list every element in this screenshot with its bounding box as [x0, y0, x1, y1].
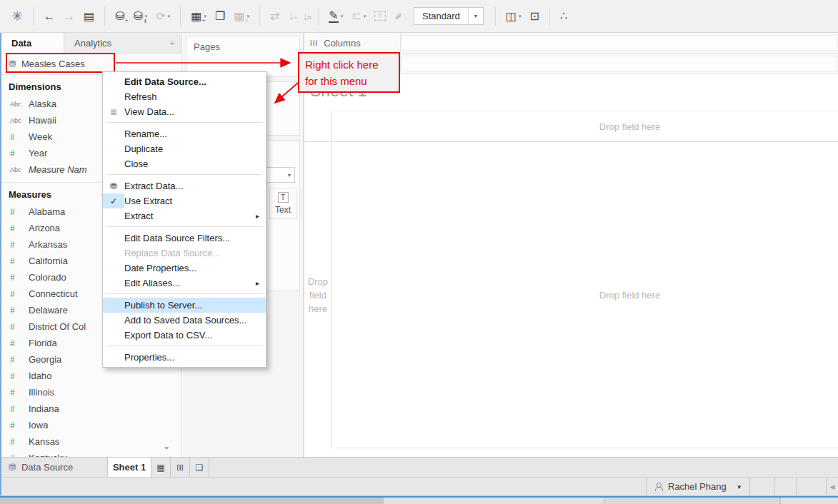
tab-data[interactable]: Data — [1, 33, 64, 54]
number-type-icon: # — [10, 306, 29, 316]
drop-field-top-zone[interactable]: Drop field here — [331, 111, 838, 141]
menu-extract[interactable]: Extract — [103, 208, 266, 223]
user-menu[interactable]: Rachel Phang ▾ — [647, 478, 750, 495]
menu-extract-data[interactable]: ⛃ Extract Data... — [103, 178, 266, 193]
save-icon: ▤ — [84, 11, 94, 22]
field-label: Georgia — [29, 354, 61, 365]
menu-add-to-saved-data-sources[interactable]: Add to Saved Data Sources... — [103, 313, 266, 328]
menu-item-label: Export Data to CSV... — [124, 330, 212, 341]
presentation-mode-button[interactable]: ⊡ — [526, 11, 544, 22]
field-label: Arizona — [29, 223, 60, 233]
number-type-icon: # — [10, 355, 29, 365]
number-type-icon: # — [10, 420, 29, 430]
new-story-tab-button[interactable]: ❏ — [190, 458, 209, 477]
presentation-icon: ⊡ — [530, 11, 539, 22]
menu-export-data-to-csv[interactable]: Export Data to CSV... — [103, 328, 266, 343]
field-row[interactable]: # Idaho — [1, 368, 181, 384]
field-row[interactable]: # Illinois — [1, 384, 181, 400]
dropdown-caret-icon[interactable]: ▾ — [364, 14, 366, 19]
menu-rename[interactable]: Rename... — [103, 126, 266, 141]
share-button[interactable]: ∴ — [556, 11, 572, 22]
chevron-down-icon: ▾ — [737, 483, 749, 490]
new-data-source-button[interactable]: ⛁ — [111, 11, 129, 22]
duplicate-sheet-button[interactable]: ❐ — [211, 11, 229, 22]
sheet-table: Drop field here Drop field here Drop fie… — [304, 111, 838, 448]
highlight-button[interactable]: ✎▾ — [324, 10, 347, 23]
status-cell — [750, 478, 775, 495]
field-row[interactable]: # Kansas — [1, 433, 181, 450]
field-label: California — [29, 256, 68, 266]
rows-shelf-drop-area[interactable] — [401, 56, 837, 71]
marks-text-button[interactable]: T Text — [269, 188, 296, 219]
sort-descending-button: ↓ — [298, 11, 312, 22]
toolbar-separator — [549, 7, 550, 26]
dropdown-caret-icon[interactable]: ▾ — [519, 14, 522, 19]
drop-field-center-zone[interactable]: Drop field here — [331, 141, 838, 448]
pause-auto-updates-button[interactable]: ⛁▾ — [129, 11, 151, 22]
menu-duplicate[interactable]: Duplicate — [103, 141, 266, 156]
fix-axes-icon: ✒ — [391, 9, 406, 24]
menu-item-label: Extract — [124, 211, 153, 221]
field-label: Alaska — [29, 99, 56, 109]
field-label: Indiana — [29, 403, 59, 414]
pane-pin-icon[interactable]: ÷ — [170, 39, 174, 47]
menu-publish-to-server[interactable]: Publish to Server... — [103, 298, 266, 313]
field-row[interactable]: # Iowa — [1, 417, 181, 433]
menu-close[interactable]: Close — [103, 156, 266, 171]
new-worksheet-tab-button[interactable]: ▦ — [151, 458, 171, 477]
field-label: Connecticut — [29, 288, 78, 299]
menu-refresh[interactable]: Refresh — [103, 89, 266, 104]
field-label: Hawaii — [29, 115, 56, 126]
number-type-icon: # — [10, 132, 29, 142]
menu-replace-data-source: Replace Data Source... — [103, 246, 266, 261]
menu-view-data[interactable]: ▦ View Data... — [103, 104, 266, 119]
drop-field-left-zone[interactable]: Drop field here — [304, 141, 331, 448]
fit-selector[interactable]: Standard▾ — [414, 7, 484, 25]
dropdown-caret-icon[interactable]: ▾ — [341, 14, 344, 19]
menu-edit-aliases[interactable]: Edit Aliases... — [103, 276, 266, 291]
menu-item-label: Properties... — [124, 352, 174, 363]
menu-use-extract[interactable]: ✓ Use Extract — [103, 193, 266, 208]
tableau-logo[interactable]: ✳ — [7, 9, 27, 23]
menu-item-label: Edit Data Source... — [124, 76, 206, 87]
field-row[interactable]: # Indiana — [1, 400, 181, 417]
annotation-highlight-rect — [6, 53, 115, 73]
new-story-icon: ❏ — [196, 463, 204, 472]
sort-ascending-button: ↓ — [284, 11, 298, 22]
status-cell — [775, 478, 797, 495]
menu-item-label: View Data... — [124, 106, 174, 117]
menu-properties[interactable]: Properties... — [103, 350, 266, 365]
show-me-button[interactable]: ◫▾ — [502, 11, 526, 22]
data-source-tab[interactable]: ⛃ Data Source — [0, 458, 107, 477]
data-source-tab-label: Data Source — [21, 462, 73, 473]
new-worksheet-icon: ▦ — [191, 11, 201, 22]
toolbar-separator — [495, 7, 496, 26]
save-button[interactable]: ▤ — [79, 11, 99, 22]
field-label: Idaho — [29, 371, 52, 381]
toolbar-separator — [33, 7, 34, 26]
annotation-callout: Right click here for this menu — [298, 52, 400, 93]
tableau-window: ✳←→▤⛁⛁▾⟳▾▦▾❐▦▾⇄↓↓✎▾⊂▾T✒Standard▾◫▾⊡∴ Dat… — [0, 0, 838, 504]
share-icon: ∴ — [560, 11, 567, 22]
columns-shelf-drop-area[interactable] — [401, 35, 837, 51]
undo-button[interactable]: ← — [39, 11, 59, 22]
field-label: Kansas — [29, 436, 59, 447]
skip-to-start-icon[interactable]: ◀ — [827, 478, 838, 495]
scroll-down-chevron-icon[interactable]: ⌄ — [163, 441, 170, 451]
toolbar-separator — [104, 7, 105, 26]
new-dashboard-tab-button[interactable]: ⊞ — [171, 458, 190, 477]
toolbar: ✳←→▤⛁⛁▾⟳▾▦▾❐▦▾⇄↓↓✎▾⊂▾T✒Standard▾◫▾⊡∴ — [0, 0, 838, 33]
sort-ascending-icon: ↓ — [288, 11, 294, 22]
new-worksheet-button[interactable]: ▦▾ — [186, 11, 211, 22]
menu-date-properties[interactable]: Date Properties... — [103, 261, 266, 276]
chevron-down-icon[interactable]: ▾ — [468, 8, 483, 24]
menu-edit-data-source-filters[interactable]: Edit Data Source Filters... — [103, 231, 266, 246]
dropdown-caret-icon[interactable]: ▾ — [168, 14, 171, 19]
menu-edit-data-source[interactable]: Edit Data Source... — [103, 74, 266, 89]
tab-analytics[interactable]: Analytics ÷ — [64, 33, 181, 54]
field-row[interactable]: # Kentucky — [1, 450, 181, 457]
show-me-icon: ◫ — [506, 11, 517, 22]
columns-shelf: iii Columns — [304, 33, 838, 54]
check-icon: ✓ — [103, 193, 124, 208]
sheet1-tab[interactable]: Sheet 1 — [107, 458, 151, 477]
